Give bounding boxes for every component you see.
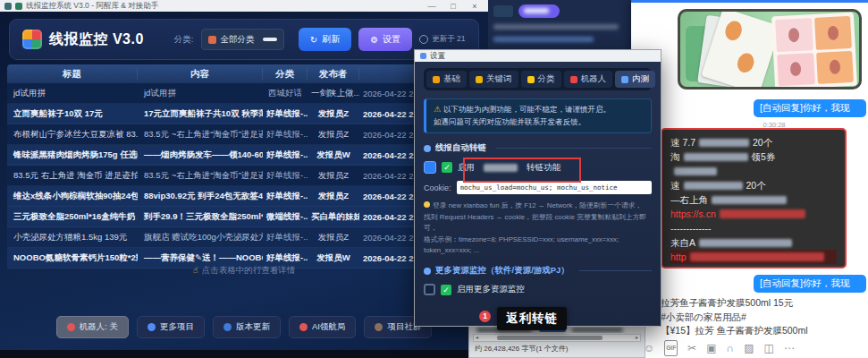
cell-content: 旗舰店 赠试吃100g小壳泌尿处方猫粮... bbox=[138, 232, 263, 243]
cell-cat: 好单线报-... bbox=[263, 108, 308, 120]
blurred-text bbox=[484, 164, 518, 172]
link-icon bbox=[424, 145, 431, 152]
cell-title: 三元极致全脂250ml*16盒纯牛奶 29... bbox=[7, 211, 138, 223]
maximize-button[interactable]: □ bbox=[444, 2, 462, 11]
annotation-overlay: 1 返利转链 bbox=[424, 307, 652, 332]
ai-navigator-button[interactable]: AI领航局 bbox=[289, 316, 356, 338]
cell-content: ——营养保健✎送！——NOOBO ... bbox=[138, 252, 263, 264]
cell-content: 83.5元 ~右上角进“淘金币”进足迹... bbox=[138, 170, 263, 182]
tab-label: 机器人 bbox=[581, 73, 607, 85]
section-more-resources: 更多资源监控（软件/资源/游戏PJ） bbox=[424, 265, 652, 277]
message-link-line[interactable]: https://s.cn bbox=[670, 207, 837, 221]
cell-title: NOOBO氨糖软骨素钙片150粒*2瓶3... bbox=[7, 252, 138, 264]
cookie-hints: 登录 new xianbao fun 后，按 F12 → Network，随便刷… bbox=[424, 200, 652, 256]
tab-beta[interactable]: 内测 bbox=[615, 71, 655, 88]
hint-line3: 格式示例：timezone=8; PHPSESSID=xxx; username… bbox=[424, 235, 619, 254]
tab-category[interactable]: 分类 bbox=[521, 71, 561, 88]
horizontal-scrollbar[interactable]: ◂ ▸ bbox=[473, 334, 641, 342]
app-icon-2 bbox=[15, 3, 22, 10]
tab-basic[interactable]: 基础 bbox=[426, 71, 467, 88]
settings-dialog: 设置 基础关键词分类机器人内测 ⚠以下功能为内测功能，可能不稳定，请谨慎开启。 … bbox=[414, 49, 662, 327]
checkbox-label-prefix: 启用 bbox=[458, 162, 475, 174]
cell-pub: 买白单的妹妹 bbox=[308, 211, 359, 223]
red-annotation-rect bbox=[463, 158, 581, 183]
blurred-text bbox=[720, 209, 805, 218]
chat-input-toolbar: ☺GIF✂▣∩▨◫⋯ bbox=[644, 340, 795, 356]
message-line: #小卖部の家居用品# bbox=[661, 311, 850, 325]
close-button[interactable]: × bbox=[466, 2, 484, 11]
blurred-text bbox=[684, 153, 748, 161]
app-title: 线报监控 V3.0 bbox=[49, 30, 144, 49]
hint-line1: 登录 new xianbao fun 后，按 F12 → Network，随便刷… bbox=[433, 201, 642, 209]
settings-button[interactable]: ⚙ 设置 bbox=[358, 28, 412, 51]
cell-cat: 好单线报-... bbox=[263, 149, 308, 161]
robot-toggle-button[interactable]: 机器人: 关 bbox=[56, 316, 129, 338]
scroll-right-icon[interactable]: ▸ bbox=[636, 335, 638, 341]
image-icon[interactable]: ▨ bbox=[744, 342, 754, 354]
robot-icon bbox=[67, 323, 75, 331]
image-sticker-sheet bbox=[771, 13, 857, 90]
annotation-label: 返利转链 bbox=[497, 307, 567, 330]
cell-cat: 好单线报-... bbox=[263, 252, 308, 264]
message-line: —右上角 bbox=[670, 192, 837, 207]
gif-icon[interactable]: GIF bbox=[664, 340, 678, 356]
cart-icon bbox=[208, 36, 216, 44]
auto-reply-bubble: [自动回复]你好，我现 bbox=[754, 275, 866, 293]
cell-content: 到手29.9！三元极致全脂250ml*16... bbox=[138, 211, 263, 223]
chat-icon bbox=[375, 323, 383, 331]
bulb-icon bbox=[424, 201, 430, 208]
window-shake-icon[interactable]: ◫ bbox=[763, 342, 773, 354]
cell-content: 88vip30.92元 到手24包无敌签4.48... bbox=[138, 191, 263, 202]
section-title: 线报自动转链 bbox=[435, 142, 486, 154]
cell-cat: 好单线报-... bbox=[263, 232, 308, 243]
more-icon[interactable]: ⋯ bbox=[784, 342, 795, 354]
product-image[interactable] bbox=[678, 9, 862, 90]
updated-text: 更新于 21:27:45 bbox=[432, 34, 466, 45]
column-header-publisher: 发布者 bbox=[308, 68, 359, 81]
tab-label: 关键词 bbox=[486, 73, 512, 85]
cell-cat: 微端线报-... bbox=[263, 211, 308, 223]
refresh-button[interactable]: ↻ 刷新 bbox=[299, 28, 351, 51]
version-update-button[interactable]: 版本更新 bbox=[213, 316, 281, 338]
flame-icon bbox=[433, 76, 440, 83]
cell-title: jd试用拼 bbox=[7, 88, 138, 99]
cell-cat: 好单线报-... bbox=[263, 170, 308, 182]
message-line: 来自A bbox=[670, 235, 837, 250]
cookie-input[interactable] bbox=[457, 181, 652, 194]
message-line: 淘领5券 bbox=[670, 149, 837, 164]
toggle-checkbox[interactable] bbox=[424, 161, 436, 174]
cell-content: 17元立而爽船袜子共10双 秋季薄后石... bbox=[138, 108, 263, 120]
file-icon[interactable]: ▣ bbox=[706, 342, 716, 354]
unchecked-checkbox[interactable] bbox=[424, 284, 435, 295]
cell-title: 立而爽船袜子10双 17元 bbox=[7, 108, 138, 120]
cell-pub: 发报员W bbox=[308, 252, 359, 264]
message-line: 速20个 bbox=[670, 178, 837, 192]
globe-icon bbox=[147, 323, 156, 331]
message-line: ------------- bbox=[670, 221, 837, 235]
background-button[interactable] bbox=[493, 5, 513, 17]
message-line: 【¥15】拉芳 鱼子酱膏护发膜500ml bbox=[661, 324, 850, 338]
refresh-icon: ↻ bbox=[310, 35, 317, 45]
tab-keywords[interactable]: 关键词 bbox=[469, 71, 518, 88]
minimize-button[interactable]: — bbox=[423, 2, 441, 11]
window-title: 线报监控系统 V3.0 - 阿醒库 & 对接助手 bbox=[26, 1, 419, 12]
more-projects-button[interactable]: 更多项目 bbox=[137, 316, 205, 338]
checked-checkbox[interactable]: ✓ bbox=[442, 162, 452, 173]
scroll-left-icon[interactable]: ◂ bbox=[476, 335, 478, 341]
blurred-text bbox=[524, 8, 549, 13]
checked-checkbox[interactable]: ✓ bbox=[441, 285, 451, 295]
beta-warning: ⚠以下功能为内测功能，可能不稳定，请谨慎开启。 如遇问题可关闭对应功能并联系开发… bbox=[424, 98, 652, 133]
app-logo-icon bbox=[22, 30, 42, 49]
tab-label: 分类 bbox=[538, 73, 555, 85]
message-link-line[interactable]: http bbox=[670, 250, 837, 264]
cell-pub: 发报员Z bbox=[308, 232, 359, 243]
scrollbar-thumb[interactable] bbox=[497, 336, 603, 340]
headset-icon[interactable]: ∩ bbox=[727, 342, 735, 354]
blurred-text bbox=[684, 182, 743, 190]
category-select[interactable]: 全部分类 bbox=[201, 29, 284, 50]
screenshot-icon[interactable]: ✂ bbox=[687, 342, 696, 354]
checkbox-label: 启用更多资源监控 bbox=[457, 284, 525, 295]
puzzle-icon bbox=[424, 268, 431, 275]
button-label: 更多项目 bbox=[160, 321, 194, 333]
tab-robot[interactable]: 机器人 bbox=[564, 71, 613, 88]
